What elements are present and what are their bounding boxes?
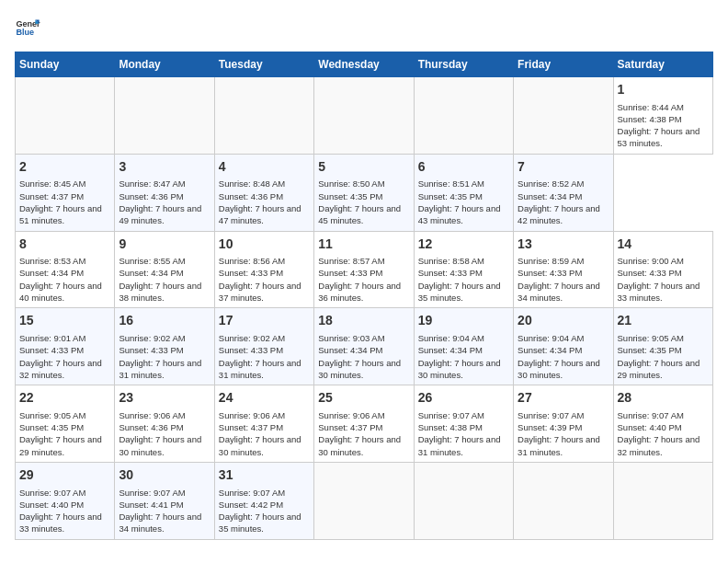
calendar-cell: 17Sunrise: 9:02 AMSunset: 4:33 PMDayligh… [214, 308, 313, 385]
calendar-cell: 18Sunrise: 9:03 AMSunset: 4:34 PMDayligh… [314, 308, 414, 385]
day-info: Sunrise: 9:06 AMSunset: 4:37 PMDaylight:… [318, 409, 409, 458]
day-info: Sunrise: 8:48 AMSunset: 4:36 PMDaylight:… [219, 178, 310, 226]
day-info: Sunrise: 8:57 AMSunset: 4:33 PMDaylight:… [318, 255, 409, 304]
day-info: Sunrise: 8:59 AMSunset: 4:33 PMDaylight:… [518, 255, 609, 304]
logo-icon: General Blue [15, 15, 40, 40]
day-info: Sunrise: 8:50 AMSunset: 4:35 PMDaylight:… [318, 178, 409, 226]
day-info: Sunrise: 8:47 AMSunset: 4:36 PMDaylight:… [119, 178, 210, 226]
day-number: 31 [219, 466, 310, 485]
calendar-cell: 8Sunrise: 8:53 AMSunset: 4:34 PMDaylight… [16, 231, 115, 308]
calendar-cell: 19Sunrise: 9:04 AMSunset: 4:34 PMDayligh… [414, 308, 513, 385]
day-info: Sunrise: 8:56 AMSunset: 4:33 PMDaylight:… [219, 255, 310, 304]
calendar-cell: 24Sunrise: 9:06 AMSunset: 4:37 PMDayligh… [214, 385, 313, 463]
header-sunday: Sunday [16, 52, 115, 77]
calendar-cell: 26Sunrise: 9:07 AMSunset: 4:38 PMDayligh… [414, 385, 513, 463]
day-info: Sunrise: 9:02 AMSunset: 4:33 PMDaylight:… [119, 332, 210, 381]
day-info: Sunrise: 8:51 AMSunset: 4:35 PMDaylight:… [418, 178, 509, 226]
calendar-cell: 4Sunrise: 8:48 AMSunset: 4:36 PMDaylight… [214, 154, 313, 231]
calendar-cell: 28Sunrise: 9:07 AMSunset: 4:40 PMDayligh… [613, 385, 712, 463]
day-number: 9 [119, 236, 210, 254]
day-info: Sunrise: 8:55 AMSunset: 4:34 PMDaylight:… [119, 255, 210, 304]
day-info: Sunrise: 9:07 AMSunset: 4:40 PMDaylight:… [618, 409, 709, 458]
calendar-cell: 1Sunrise: 8:44 AMSunset: 4:38 PMDaylight… [613, 77, 712, 155]
calendar-cell: 7Sunrise: 8:52 AMSunset: 4:34 PMDaylight… [514, 154, 613, 231]
day-number: 26 [418, 389, 509, 408]
day-number: 10 [219, 236, 310, 254]
calendar-cell [414, 77, 513, 155]
calendar-week-row: 2Sunrise: 8:45 AMSunset: 4:37 PMDaylight… [16, 154, 713, 231]
calendar-cell: 30Sunrise: 9:07 AMSunset: 4:41 PMDayligh… [115, 462, 214, 539]
day-number: 24 [219, 389, 310, 408]
day-info: Sunrise: 9:07 AMSunset: 4:41 PMDaylight:… [119, 487, 210, 535]
page-header: General Blue [15, 15, 713, 40]
header-wednesday: Wednesday [314, 52, 414, 77]
calendar-week-row: 8Sunrise: 8:53 AMSunset: 4:34 PMDaylight… [16, 231, 713, 308]
day-info: Sunrise: 9:06 AMSunset: 4:37 PMDaylight:… [219, 409, 310, 458]
day-number: 27 [518, 389, 609, 408]
day-info: Sunrise: 9:05 AMSunset: 4:35 PMDaylight:… [19, 409, 110, 458]
day-number: 30 [119, 466, 210, 485]
day-info: Sunrise: 8:44 AMSunset: 4:38 PMDaylight:… [618, 101, 709, 150]
calendar-cell [514, 462, 613, 539]
day-info: Sunrise: 8:58 AMSunset: 4:33 PMDaylight:… [418, 255, 509, 304]
calendar-table: SundayMondayTuesdayWednesdayThursdayFrid… [15, 52, 713, 540]
day-info: Sunrise: 9:02 AMSunset: 4:33 PMDaylight:… [219, 332, 310, 381]
calendar-cell: 6Sunrise: 8:51 AMSunset: 4:35 PMDaylight… [414, 154, 513, 231]
day-number: 1 [618, 81, 709, 99]
calendar-cell [314, 77, 414, 155]
day-number: 2 [19, 158, 110, 177]
svg-text:Blue: Blue [16, 28, 34, 37]
header-saturday: Saturday [613, 52, 712, 77]
calendar-week-row: 22Sunrise: 9:05 AMSunset: 4:35 PMDayligh… [16, 385, 713, 463]
calendar-cell [414, 462, 513, 539]
day-info: Sunrise: 9:07 AMSunset: 4:39 PMDaylight:… [518, 409, 609, 458]
day-number: 3 [119, 158, 210, 177]
calendar-cell [613, 462, 712, 539]
day-number: 6 [418, 158, 509, 177]
day-number: 14 [618, 236, 709, 254]
calendar-cell: 14Sunrise: 9:00 AMSunset: 4:33 PMDayligh… [613, 231, 712, 308]
calendar-header-row: SundayMondayTuesdayWednesdayThursdayFrid… [16, 52, 713, 77]
calendar-cell: 3Sunrise: 8:47 AMSunset: 4:36 PMDaylight… [115, 154, 214, 231]
calendar-cell: 10Sunrise: 8:56 AMSunset: 4:33 PMDayligh… [214, 231, 313, 308]
calendar-cell: 31Sunrise: 9:07 AMSunset: 4:42 PMDayligh… [214, 462, 313, 539]
day-number: 13 [518, 236, 609, 254]
calendar-cell: 29Sunrise: 9:07 AMSunset: 4:40 PMDayligh… [16, 462, 115, 539]
day-number: 20 [518, 312, 609, 330]
calendar-cell: 5Sunrise: 8:50 AMSunset: 4:35 PMDaylight… [314, 154, 414, 231]
day-number: 17 [219, 312, 310, 330]
day-info: Sunrise: 9:06 AMSunset: 4:36 PMDaylight:… [119, 409, 210, 458]
calendar-cell: 25Sunrise: 9:06 AMSunset: 4:37 PMDayligh… [314, 385, 414, 463]
day-number: 23 [119, 389, 210, 408]
calendar-cell: 23Sunrise: 9:06 AMSunset: 4:36 PMDayligh… [115, 385, 214, 463]
day-info: Sunrise: 9:04 AMSunset: 4:34 PMDaylight:… [518, 332, 609, 381]
day-info: Sunrise: 8:53 AMSunset: 4:34 PMDaylight:… [19, 255, 110, 304]
calendar-cell: 13Sunrise: 8:59 AMSunset: 4:33 PMDayligh… [514, 231, 613, 308]
calendar-cell [115, 77, 214, 155]
calendar-cell: 16Sunrise: 9:02 AMSunset: 4:33 PMDayligh… [115, 308, 214, 385]
day-number: 8 [19, 236, 110, 254]
calendar-cell: 2Sunrise: 8:45 AMSunset: 4:37 PMDaylight… [16, 154, 115, 231]
calendar-cell: 21Sunrise: 9:05 AMSunset: 4:35 PMDayligh… [613, 308, 712, 385]
day-info: Sunrise: 8:52 AMSunset: 4:34 PMDaylight:… [518, 178, 609, 226]
day-number: 18 [318, 312, 409, 330]
calendar-body: 1Sunrise: 8:44 AMSunset: 4:38 PMDaylight… [16, 77, 713, 540]
day-info: Sunrise: 9:04 AMSunset: 4:34 PMDaylight:… [418, 332, 509, 381]
day-number: 12 [418, 236, 509, 254]
calendar-cell: 12Sunrise: 8:58 AMSunset: 4:33 PMDayligh… [414, 231, 513, 308]
calendar-week-row: 1Sunrise: 8:44 AMSunset: 4:38 PMDaylight… [16, 77, 713, 155]
day-info: Sunrise: 9:07 AMSunset: 4:38 PMDaylight:… [418, 409, 509, 458]
day-number: 4 [219, 158, 310, 177]
day-info: Sunrise: 9:07 AMSunset: 4:40 PMDaylight:… [19, 487, 110, 535]
calendar-cell [514, 77, 613, 155]
day-info: Sunrise: 9:07 AMSunset: 4:42 PMDaylight:… [219, 487, 310, 535]
day-info: Sunrise: 9:01 AMSunset: 4:33 PMDaylight:… [19, 332, 110, 381]
header-friday: Friday [514, 52, 613, 77]
header-thursday: Thursday [414, 52, 513, 77]
calendar-cell: 22Sunrise: 9:05 AMSunset: 4:35 PMDayligh… [16, 385, 115, 463]
calendar-cell: 9Sunrise: 8:55 AMSunset: 4:34 PMDaylight… [115, 231, 214, 308]
calendar-week-row: 15Sunrise: 9:01 AMSunset: 4:33 PMDayligh… [16, 308, 713, 385]
day-number: 21 [618, 312, 709, 330]
calendar-cell [16, 77, 115, 155]
day-number: 25 [318, 389, 409, 408]
